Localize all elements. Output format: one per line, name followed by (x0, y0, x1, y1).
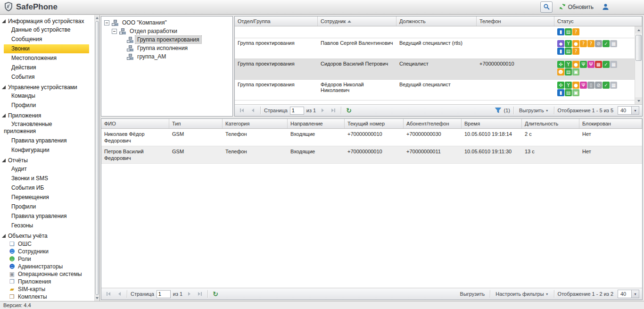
sidebar-item-konfiguratsii[interactable]: Конфигурации (4, 146, 89, 155)
page-input[interactable] (157, 290, 171, 298)
sidebar-item-sobytiya-ib[interactable]: События ИБ (4, 184, 89, 192)
sidebar-item-sobytiya[interactable]: События (4, 73, 89, 82)
sidebar-item-prilozheniya-obj[interactable]: ❐Приложения (4, 278, 94, 285)
call-row[interactable]: Николаев Фёдор Федорович GSM Телефон Вхо… (101, 129, 642, 146)
search-button[interactable] (540, 1, 553, 13)
page-size-combo[interactable]: 40 ▼ (618, 290, 639, 298)
column-header-status[interactable]: Статус (554, 17, 642, 26)
sidebar-item-komandy[interactable]: Команды (4, 92, 89, 100)
column-header-phone[interactable]: Телефон (477, 17, 554, 26)
scrollbar-thumb[interactable] (636, 35, 642, 61)
employee-row[interactable]: ▮▤? (235, 26, 635, 38)
next-page-button[interactable] (185, 290, 193, 298)
page-size-combo[interactable]: 40 ▼ (618, 106, 639, 115)
prev-page-button[interactable] (248, 106, 257, 115)
sidebar-item-peremeshcheniya[interactable]: Перемещения (4, 193, 89, 202)
section-expand-icon (2, 234, 6, 238)
tree-node-company[interactable]: ООО "Компания" (101, 18, 232, 27)
cell-position (396, 26, 477, 38)
sidebar-item-ustanovlennye-prilozheniya[interactable]: Установленные приложения (4, 120, 79, 136)
sidebar-item-profili[interactable]: Профили (4, 101, 89, 110)
scrollbar-thumb[interactable] (95, 21, 99, 295)
tree-node-otdel-razrabotki[interactable]: Отдел разработки (101, 27, 232, 35)
calls-grid: ФИО Тип Категория Направление Текущий но… (101, 118, 643, 300)
sidebar-item-zvonki[interactable]: Звонки (4, 44, 89, 53)
collapse-icon[interactable] (112, 29, 117, 34)
call-row[interactable]: Петров Василий Федорович GSM Телефон Вхо… (101, 146, 642, 164)
sim-icon: Y (565, 82, 572, 89)
sidebar-item-sim-karty[interactable]: ▰SIM-карты (4, 285, 94, 293)
sidebar-item-deystviya[interactable]: Действия (4, 63, 89, 72)
sidebar-item-sotrudniki[interactable]: ☻Сотрудники (4, 248, 94, 255)
collapse-icon[interactable] (104, 20, 109, 25)
sidebar-section-reports[interactable]: Отчёты (0, 155, 94, 165)
sidebar-section-device-management[interactable]: Управление устройствами (0, 82, 94, 92)
sidebar-item-geozony-report[interactable]: Геозоны (4, 221, 89, 230)
sidebar-item-administratory[interactable]: ☻Администраторы (4, 263, 94, 270)
scroll-up-icon[interactable] (635, 26, 642, 33)
first-page-button[interactable] (238, 106, 246, 115)
sidebar-item-zvonki-i-sms[interactable]: Звонки и SMS (4, 174, 89, 183)
employee-row[interactable]: Группа проектирования Сидоров Василий Пе… (235, 59, 635, 80)
sidebar-item-oshs[interactable]: ❏ОШС (4, 240, 94, 248)
version-label: Версия: 4.4 (3, 302, 31, 308)
sidebar-item-komplekty[interactable]: ❒Комплекты (4, 293, 94, 301)
page-input[interactable] (290, 107, 304, 115)
refresh-button-topbar[interactable]: Обновить (557, 2, 595, 12)
column-header-direction[interactable]: Направление (288, 119, 345, 128)
column-header-position[interactable]: Должность (396, 17, 477, 26)
export-button[interactable]: Выгрузить (458, 290, 487, 298)
column-header-blocked[interactable]: Блокирован (579, 119, 642, 128)
sidebar-item-roli[interactable]: ☻Роли (4, 255, 94, 263)
sidebar-section-accounting-objects[interactable]: Объекты учёта (0, 231, 94, 240)
configure-filters-button[interactable]: Настроить фильтры▼ (494, 290, 550, 298)
next-page-button[interactable] (318, 106, 327, 115)
cell-fio: Петров Василий Федорович (101, 146, 169, 163)
sidebar-item-profili-report[interactable]: Профили (4, 202, 89, 211)
scroll-up-icon[interactable] (95, 15, 99, 21)
first-page-button[interactable] (104, 290, 113, 298)
employee-row[interactable]: Группа проектирования Павлов Сергей Вале… (235, 38, 635, 59)
tree-node-gruppa-am[interactable]: группа_АМ (101, 52, 232, 61)
sidebar-item-soobshcheniya[interactable]: Сообщения (4, 35, 89, 44)
chevron-down-icon[interactable]: ▼ (631, 107, 639, 114)
sidebar-item-dannye-ob-ustroystve[interactable]: Данные об устройстве (4, 25, 89, 34)
sidebar-section-applications[interactable]: Приложения (0, 110, 94, 120)
tree-node-gruppa-proektirovaniya[interactable]: Группа проектирования (101, 35, 232, 44)
employees-scrollbar[interactable] (635, 26, 642, 104)
chevron-down-icon: ▼ (545, 109, 549, 112)
column-header-time[interactable]: Время (462, 119, 522, 128)
filter-icon[interactable] (495, 107, 501, 114)
column-header-category[interactable]: Категория (223, 119, 288, 128)
sidebar-scrollbar[interactable] (94, 15, 99, 301)
column-header-group[interactable]: Отдел/Группа (235, 17, 318, 26)
tree-node-gruppa-ispolneniya[interactable]: Группа исполнения (101, 44, 232, 52)
column-header-current-number[interactable]: Текущий номер (345, 119, 404, 128)
chevron-down-icon[interactable]: ▼ (631, 290, 639, 298)
grid-refresh-button[interactable]: ↻ (211, 290, 220, 298)
fan-icon: ✣ (557, 61, 564, 68)
sidebar-item-audit[interactable]: Аудит (4, 165, 89, 174)
column-header-duration[interactable]: Длительность (522, 119, 579, 128)
sidebar-item-pravila-upravleniya-report[interactable]: Правила управления (4, 212, 89, 221)
prev-page-button[interactable] (115, 290, 124, 298)
column-header-abonent[interactable]: Абонент/телефон (404, 119, 462, 128)
scroll-down-icon[interactable] (95, 295, 99, 301)
employee-row[interactable]: Группа проектирования Фёдоров Николай Ни… (235, 80, 635, 100)
sidebar-item-pravila-upravleniya[interactable]: Правила управления (4, 136, 89, 145)
last-page-button[interactable] (329, 106, 338, 115)
sidebar-section-device-info[interactable]: Информация об устройствах (0, 16, 94, 25)
column-header-fio[interactable]: ФИО (101, 119, 169, 128)
sidebar-item-operatsionnye-sistemy[interactable]: ▣Операционные системы (4, 270, 94, 278)
person-icon: ☻ (557, 68, 564, 75)
grid-refresh-button[interactable]: ↻ (345, 106, 353, 115)
last-page-button[interactable] (196, 290, 204, 298)
column-header-type[interactable]: Тип (169, 119, 223, 128)
export-button[interactable]: Выгрузить▼ (517, 107, 551, 114)
scroll-down-icon[interactable] (635, 97, 642, 104)
sidebar-item-mestopolozheniya[interactable]: Местоположения (4, 54, 89, 63)
os-icon: ▣ (8, 271, 16, 277)
user-button[interactable] (600, 2, 611, 12)
column-header-employee[interactable]: Сотрудник (318, 17, 396, 26)
shield-logo-icon (4, 1, 13, 13)
